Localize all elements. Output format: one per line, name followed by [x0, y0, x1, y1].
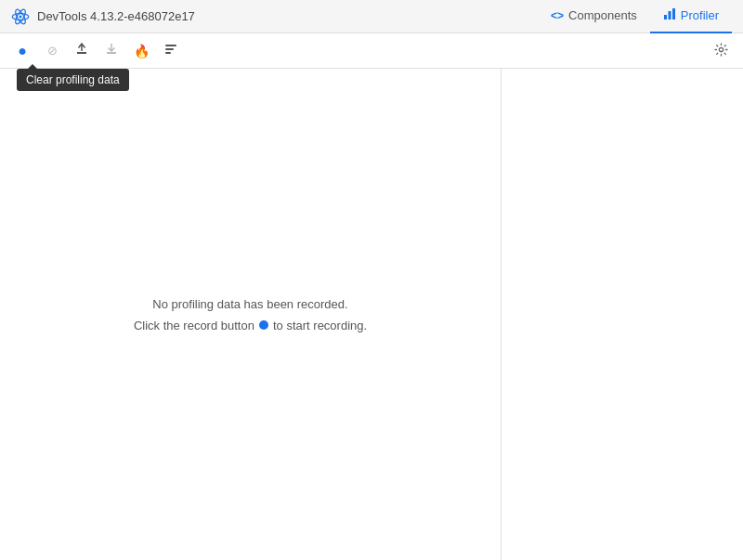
profiler-toolbar: ● ⊘ 🔥: [0, 33, 743, 69]
devtools-title: DevTools 4.13.2-e468072e17: [37, 9, 195, 23]
save-profile-button: [98, 38, 124, 64]
save-icon: [105, 43, 118, 59]
react-logo-icon: [11, 7, 30, 26]
header-left: DevTools 4.13.2-e468072e17: [11, 7, 195, 26]
tab-components-label: Components: [568, 8, 637, 22]
main-content: No profiling data has been recorded. Cli…: [0, 69, 743, 560]
record-button[interactable]: ●: [9, 38, 35, 64]
record-icon: ●: [18, 43, 27, 59]
load-icon: [75, 43, 88, 59]
right-sidebar: [502, 69, 743, 560]
empty-state-title: No profiling data has been recorded.: [134, 297, 367, 311]
tab-components[interactable]: <> Components: [538, 0, 650, 33]
hint-suffix: to start recording.: [273, 319, 367, 332]
flame-chart-button[interactable]: 🔥: [128, 38, 154, 64]
hint-prefix: Click the record button: [134, 319, 254, 332]
devtools-header: DevTools 4.13.2-e468072e17 <> Components…: [0, 0, 743, 33]
svg-rect-9: [165, 52, 171, 54]
tab-profiler-label: Profiler: [681, 8, 719, 22]
settings-button[interactable]: [708, 38, 734, 64]
svg-rect-6: [672, 8, 675, 20]
empty-state: No profiling data has been recorded. Cli…: [134, 297, 367, 332]
ranked-chart-button[interactable]: [158, 38, 184, 64]
svg-rect-5: [668, 11, 671, 20]
svg-rect-7: [165, 45, 176, 46]
svg-point-3: [20, 15, 22, 18]
components-icon: <>: [551, 9, 564, 22]
empty-state-hint: Click the record button to start recordi…: [134, 319, 367, 332]
load-profile-button[interactable]: [69, 38, 95, 64]
flame-icon: 🔥: [134, 44, 150, 59]
svg-point-10: [719, 47, 723, 51]
svg-rect-4: [664, 15, 667, 20]
svg-rect-8: [165, 48, 174, 50]
tab-profiler[interactable]: Profiler: [650, 0, 732, 33]
stop-button: ⊘: [39, 38, 65, 64]
record-dot-icon: [259, 320, 268, 330]
profiler-panel: No profiling data has been recorded. Cli…: [0, 69, 502, 560]
gear-icon: [714, 43, 728, 59]
ranked-icon: [164, 43, 177, 59]
profiler-icon: [663, 7, 676, 23]
stop-icon: ⊘: [47, 44, 58, 58]
header-tabs: <> Components Profiler: [538, 0, 732, 33]
